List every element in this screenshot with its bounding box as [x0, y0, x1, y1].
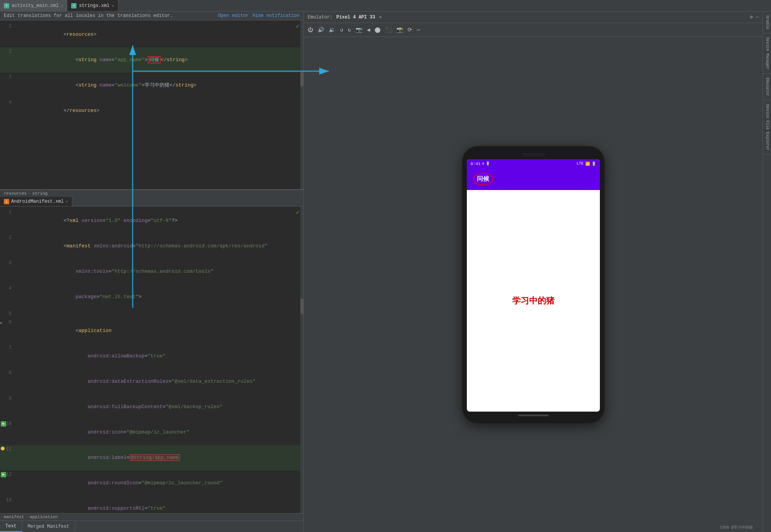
manifest-tab-bar: X AndroidManifest.xml ✕: [0, 197, 303, 207]
screenshot-icon[interactable]: 📷: [356, 27, 362, 33]
more-options-icon[interactable]: ⋯: [417, 27, 420, 33]
phone-mock: 8:41 ⚙ 🔋 LTE 📶 🔋 问候: [462, 146, 604, 423]
app-toolbar: 问候: [467, 168, 600, 190]
manifest-line-9: 9 android:fullBackupContent="@xml/backup…: [0, 394, 303, 420]
manifest-line-13: 13 android:supportsRtl="true": [0, 496, 303, 513]
phone-camera: [522, 153, 545, 156]
status-battery-icon: 🔋: [486, 162, 490, 166]
manifest-xml-icon: X: [4, 199, 9, 204]
manifest-check: ✓: [296, 208, 300, 216]
line-num-2: 2: [0, 47, 15, 56]
status-signal-icon: 📶: [585, 162, 590, 166]
emulator-device: Pixel 4 API 33: [336, 15, 375, 20]
strings-xml-pane: 1 <resources> 2 <string name="app_name">…: [0, 20, 303, 190]
app-name-value: 问候: [148, 56, 161, 63]
tab-manifest[interactable]: X AndroidManifest.xml ✕: [0, 197, 72, 206]
manifest-tab-close[interactable]: ✕: [66, 199, 68, 204]
line-num-3: 3: [0, 73, 15, 81]
power-icon[interactable]: ⏻: [308, 27, 313, 33]
tab-strings-label: strings.xml: [79, 3, 109, 8]
scrollbar-manifest[interactable]: [300, 207, 303, 513]
top-tab-bar: X activity_main.xml ✕ X strings.xml ✕: [0, 0, 771, 12]
minimize-icon[interactable]: —: [756, 15, 759, 20]
manifest-line-3: 3 xmlns:tools="http://schemas.android.co…: [0, 259, 303, 284]
emulator-controls: ⏻ 🔊 🔉 ↺ ↻ 📷 ◀ ⬤ ⬛ 📸 ⟳ ⋯: [304, 23, 763, 37]
volume-down-icon[interactable]: 🔉: [329, 27, 335, 33]
bottom-tab-text[interactable]: Text: [0, 521, 22, 532]
emulator-toolbar: Emulator: Pixel 4 API 33 ✕ ⚙ —: [304, 12, 763, 23]
line-content-1: <resources>: [22, 22, 303, 47]
side-label-device-manager[interactable]: Device Manager: [763, 33, 771, 74]
manifest-line-7: 7 android:allowBackup="true": [0, 344, 303, 369]
rotate-left-icon[interactable]: ↺: [340, 27, 343, 33]
refresh-icon[interactable]: ⟳: [408, 27, 412, 33]
manifest-line-8: 8 android:dataExtractionRules="@xml/data…: [0, 369, 303, 394]
bottom-tab-bar: Text Merged Manifest: [0, 520, 303, 532]
line-content-4: </resources>: [22, 98, 303, 123]
manifest-line-5: 5: [0, 310, 303, 318]
manifest-line-1: 1 <?xml version="1.0" encoding="utf-8"?>: [0, 208, 303, 233]
camera-icon[interactable]: 📸: [396, 27, 403, 33]
line-4: 4 </resources>: [0, 98, 303, 123]
side-label-device-file-explorer[interactable]: Device File Explorer: [763, 100, 771, 155]
gutter-green-arrow-10[interactable]: ▶: [1, 421, 6, 427]
settings-icon[interactable]: ⚙: [750, 14, 753, 20]
volume-up-icon[interactable]: 🔊: [318, 27, 324, 33]
bottom-tab-text-label: Text: [5, 524, 17, 529]
line-2: 2 <string name="app_name">问候</string>: [0, 47, 303, 73]
rotate-right-icon[interactable]: ↻: [348, 27, 351, 33]
csdn-watermark: CSDN @学习中的猪: [720, 525, 753, 530]
manifest-line-11: 11 android:label=@string/app_name: [0, 445, 303, 470]
line-content-2: <string name="app_name">问候</string>: [22, 47, 303, 73]
bottom-tab-merged-label: Merged Manifest: [28, 524, 69, 529]
xml-icon-strings: X: [71, 3, 77, 8]
back-icon[interactable]: ◀: [367, 27, 370, 33]
line-num-4: 4: [0, 98, 15, 107]
gutter-green-arrow-12[interactable]: ▶: [1, 472, 6, 477]
status-network-label: LTE: [576, 162, 583, 166]
breadcrumb-string: string: [32, 191, 48, 196]
manifest-line-10: 10 ▶ android:icon="@mipmap/ic_launcher": [0, 420, 303, 445]
tab-activity-main-label: activity_main.xml: [12, 3, 58, 8]
phone-screen: 8:41 ⚙ 🔋 LTE 📶 🔋 问候: [467, 159, 600, 412]
tab-strings[interactable]: X strings.xml ✕: [67, 0, 118, 11]
fold-icon[interactable]: ▼: [0, 319, 2, 328]
emulator-close-icon[interactable]: ✕: [379, 14, 382, 20]
gutter-yellow-dot-11: [1, 447, 5, 450]
app-welcome-text: 学习中的猪: [512, 295, 555, 307]
tab-activity-main-close[interactable]: ✕: [61, 3, 63, 8]
emulator-toolbar-icons: ⚙ —: [750, 14, 759, 20]
home-icon[interactable]: ⬤: [375, 27, 381, 33]
right-side-panel: Gradle Device Manager Emulator Device Fi…: [763, 12, 771, 532]
manifest-xml-pane: 1 <?xml version="1.0" encoding="utf-8"?>…: [0, 207, 303, 513]
manifest-tab-label: AndroidManifest.xml: [11, 199, 64, 204]
manifest-line-12: 12 ▶ android:roundIcon="@mipmap/ic_launc…: [0, 470, 303, 496]
breadcrumb-strings: resources › string: [0, 190, 303, 197]
xml-icon: X: [4, 3, 9, 8]
android-status-bar: 8:41 ⚙ 🔋 LTE 📶 🔋: [467, 159, 600, 168]
breadcrumb-manifest-root: manifest: [4, 515, 24, 519]
tab-activity-main[interactable]: X activity_main.xml ✕: [0, 0, 67, 11]
side-label-emulator[interactable]: Emulator: [763, 74, 771, 100]
status-settings-icon: ⚙: [482, 162, 484, 166]
label-highlight: @string/app_name: [130, 454, 180, 461]
scrollbar-strings[interactable]: [300, 20, 303, 189]
manifest-line-6: 6 ▼ <application: [0, 318, 303, 344]
overview-icon[interactable]: ⬛: [385, 27, 392, 33]
phone-container: 8:41 ⚙ 🔋 LTE 📶 🔋 问候: [304, 37, 763, 532]
line-content-3: <string name="welcome">学习中的猪</string>: [22, 73, 303, 98]
manifest-line-2: 2 <manifest xmlns:android="http://schema…: [0, 233, 303, 259]
side-label-gradle[interactable]: Gradle: [763, 12, 771, 33]
breadcrumb-manifest: manifest › application: [0, 513, 303, 520]
notification-bar: Edit translations for all locales in the…: [0, 12, 303, 20]
hide-notification-link[interactable]: Hide notification: [253, 13, 300, 18]
open-editor-link[interactable]: Open editor: [218, 13, 248, 18]
breadcrumb-resources: resources: [4, 191, 27, 196]
bottom-tab-merged-manifest[interactable]: Merged Manifest: [22, 521, 75, 532]
notification-text: Edit translations for all locales in the…: [4, 13, 214, 18]
manifest-line-4: 4 package="net.lh.test">: [0, 284, 303, 310]
app-content: 学习中的猪: [467, 190, 600, 412]
app-toolbar-title: 问候: [473, 173, 493, 185]
line-3: 3 <string name="welcome">学习中的猪</string>: [0, 73, 303, 98]
tab-strings-close[interactable]: ✕: [112, 3, 114, 8]
